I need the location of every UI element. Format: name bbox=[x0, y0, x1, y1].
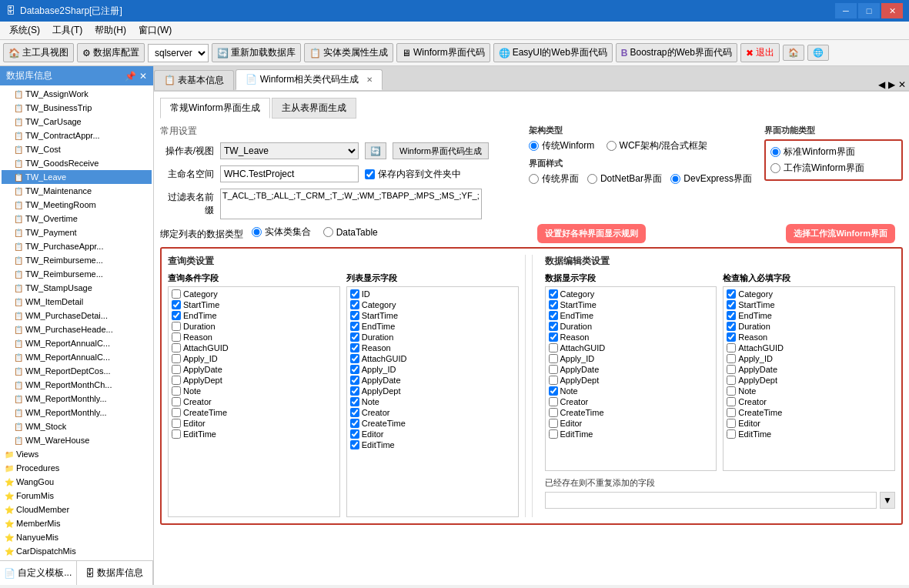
sidebar-tree-item[interactable]: 📋WM_Stock bbox=[2, 419, 152, 433]
field-label[interactable]: Duration bbox=[362, 332, 394, 342]
save-checkbox[interactable] bbox=[365, 169, 375, 179]
arch-traditional-radio[interactable] bbox=[529, 141, 539, 151]
sidebar-tree-item[interactable]: 📋TW_StampUsage bbox=[2, 281, 152, 295]
field-label[interactable]: Apply_ID bbox=[560, 354, 595, 363]
sidebar-tree-item[interactable]: ⭐ForumMis bbox=[2, 489, 152, 503]
sidebar-tree-item[interactable]: 📋WM_ItemDetail bbox=[2, 295, 152, 309]
field-checkbox[interactable] bbox=[549, 354, 558, 363]
bind-type-datatable-radio[interactable] bbox=[323, 227, 333, 237]
field-label[interactable]: ID bbox=[362, 289, 370, 299]
sidebar-tree-item[interactable]: 📋TW_Reimburseme... bbox=[2, 253, 152, 267]
field-checkbox[interactable] bbox=[350, 397, 359, 406]
field-checkbox[interactable] bbox=[350, 322, 359, 331]
maximize-button[interactable]: □ bbox=[858, 3, 880, 18]
sidebar-tree-item[interactable]: 📋TW_BusinessTrip bbox=[2, 101, 152, 115]
field-label[interactable]: Editor bbox=[362, 429, 384, 439]
field-checkbox[interactable] bbox=[350, 311, 359, 320]
gen-code-icon-btn[interactable]: 🔄 bbox=[365, 142, 386, 159]
field-checkbox[interactable] bbox=[350, 300, 359, 309]
bind-type-entity-label[interactable]: 实体类集合 bbox=[252, 226, 311, 239]
field-checkbox[interactable] bbox=[172, 376, 181, 385]
field-checkbox[interactable] bbox=[727, 408, 736, 417]
field-checkbox[interactable] bbox=[727, 332, 736, 342]
func-workflow-radio[interactable] bbox=[770, 163, 780, 173]
sub-tab-master-detail[interactable]: 主从表界面生成 bbox=[272, 98, 356, 119]
field-checkbox[interactable] bbox=[549, 386, 558, 396]
sidebar-close-icon[interactable]: ✕ bbox=[139, 71, 147, 82]
field-checkbox[interactable] bbox=[727, 376, 736, 385]
field-checkbox[interactable] bbox=[350, 440, 359, 449]
sidebar-tree-item[interactable]: 📋TW_CarUsage bbox=[2, 115, 152, 129]
field-label[interactable]: ApplyDate bbox=[183, 365, 222, 374]
field-label[interactable]: Duration bbox=[738, 322, 770, 331]
filter-input[interactable]: T_ACL_;TB_;ALL_;T_CRM_;T_;W_;WM_;TBAPP_;… bbox=[220, 189, 482, 219]
sidebar-tree-item[interactable]: 📋TW_Leave bbox=[2, 170, 152, 184]
field-label[interactable]: EditTime bbox=[183, 429, 216, 439]
field-checkbox[interactable] bbox=[172, 311, 181, 320]
field-checkbox[interactable] bbox=[172, 397, 181, 406]
sidebar-tree-item[interactable]: 📋WM_WareHouse bbox=[2, 433, 152, 447]
sidebar-tree-item[interactable]: 📋WM_ReportMonthly... bbox=[2, 392, 152, 406]
field-checkbox[interactable] bbox=[172, 289, 181, 299]
field-label[interactable]: AttachGUID bbox=[362, 354, 407, 363]
sidebar-tree-item[interactable]: 📋TW_AssignWork bbox=[2, 87, 152, 101]
sidebar-tree-item[interactable]: 📋TW_PurchaseAppr... bbox=[2, 239, 152, 253]
sidebar-tree-item[interactable]: 📋TW_Maintenance bbox=[2, 184, 152, 198]
field-checkbox[interactable] bbox=[172, 332, 181, 342]
already-exists-dropdown-btn[interactable]: ▼ bbox=[880, 492, 895, 509]
field-checkbox[interactable] bbox=[727, 343, 736, 352]
field-checkbox[interactable] bbox=[549, 311, 558, 320]
sidebar-tree-item[interactable]: ⭐NanyueMis bbox=[2, 530, 152, 544]
sidebar-tree-item[interactable]: 📋WM_ReportDeptCos... bbox=[2, 364, 152, 378]
menu-tools[interactable]: 工具(T) bbox=[46, 22, 89, 38]
field-label[interactable]: EditTime bbox=[738, 429, 771, 439]
field-checkbox[interactable] bbox=[172, 343, 181, 352]
field-label[interactable]: AttachGUID bbox=[560, 343, 606, 352]
list-display-list[interactable]: IDCategoryStartTimeEndTimeDurationReason… bbox=[346, 286, 519, 517]
field-checkbox[interactable] bbox=[549, 300, 558, 309]
sidebar-tree-item[interactable]: ⭐WangGou bbox=[2, 475, 152, 489]
field-checkbox[interactable] bbox=[350, 343, 359, 352]
field-label[interactable]: ApplyDate bbox=[362, 376, 401, 385]
field-checkbox[interactable] bbox=[727, 419, 736, 428]
data-display-list[interactable]: CategoryStartTimeEndTimeDurationReasonAt… bbox=[545, 286, 717, 471]
field-label[interactable]: ApplyDept bbox=[183, 376, 222, 385]
field-label[interactable]: Category bbox=[362, 300, 396, 309]
namespace-input[interactable] bbox=[220, 165, 359, 182]
sidebar-tree-item[interactable]: 📁Procedures bbox=[2, 461, 152, 475]
field-label[interactable]: Editor bbox=[560, 419, 583, 428]
entity-attr-button[interactable]: 📋 实体类属性生成 bbox=[304, 43, 393, 62]
custom-template-button[interactable]: 📄 自定义模板... bbox=[0, 561, 77, 585]
field-checkbox[interactable] bbox=[727, 397, 736, 406]
bootstrap-web-button[interactable]: B Boostrap的Web界面代码 bbox=[616, 43, 737, 62]
field-label[interactable]: Note bbox=[560, 386, 578, 396]
tab-close-icon[interactable]: ✕ bbox=[366, 75, 373, 84]
field-label[interactable]: StartTime bbox=[183, 300, 219, 309]
field-checkbox[interactable] bbox=[727, 365, 736, 374]
field-label[interactable]: ApplyDept bbox=[560, 376, 600, 385]
field-checkbox[interactable] bbox=[350, 289, 359, 299]
sidebar-tree-item[interactable]: 📋TW_Payment bbox=[2, 226, 152, 239]
field-checkbox[interactable] bbox=[172, 429, 181, 439]
field-checkbox[interactable] bbox=[172, 365, 181, 374]
field-checkbox[interactable] bbox=[727, 354, 736, 363]
field-label[interactable]: Creator bbox=[560, 397, 589, 406]
sub-tab-normal[interactable]: 常规Winform界面生成 bbox=[160, 98, 270, 119]
field-checkbox[interactable] bbox=[727, 386, 736, 396]
field-label[interactable]: EndTime bbox=[183, 311, 217, 320]
reload-db-button[interactable]: 🔄 重新加载数据库 bbox=[212, 43, 301, 62]
exit-button[interactable]: ✖ 退出 bbox=[740, 43, 780, 62]
func-workflow-label[interactable]: 工作流Winform界面 bbox=[770, 162, 897, 175]
field-checkbox[interactable] bbox=[350, 376, 359, 385]
already-exists-input[interactable] bbox=[545, 492, 877, 509]
field-label[interactable]: Reason bbox=[183, 332, 212, 342]
sidebar-tree-item[interactable]: 📋TW_Cost bbox=[2, 142, 152, 156]
field-label[interactable]: AttachGUID bbox=[183, 343, 229, 352]
field-checkbox[interactable] bbox=[172, 300, 181, 309]
field-label[interactable]: Reason bbox=[738, 332, 767, 342]
field-label[interactable]: Category bbox=[738, 289, 773, 299]
sidebar-tree-item[interactable]: ⭐MemberMis bbox=[2, 516, 152, 530]
field-checkbox[interactable] bbox=[350, 408, 359, 417]
sidebar-tree-item[interactable]: 📋WM_ReportMonthCh... bbox=[2, 378, 152, 392]
menu-window[interactable]: 窗口(W) bbox=[132, 22, 178, 38]
